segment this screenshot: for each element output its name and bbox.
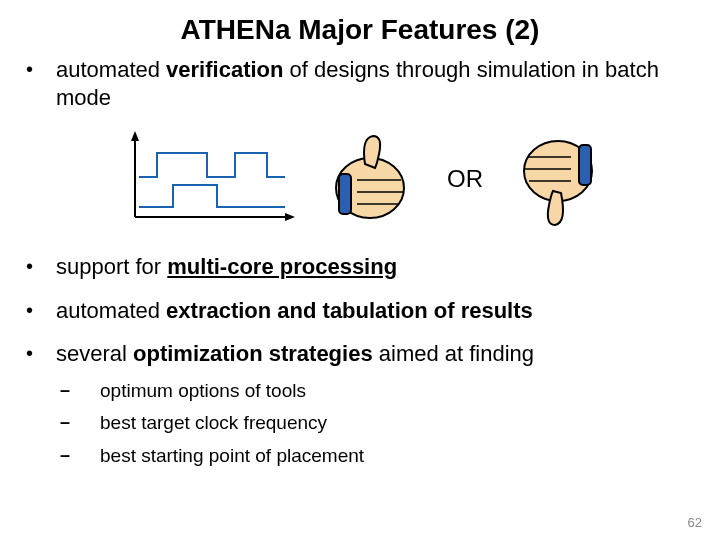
text-fragment: automated xyxy=(56,298,166,323)
text-fragment: several xyxy=(56,341,133,366)
bullet-item-1: • automated verification of designs thro… xyxy=(26,56,694,111)
thumbs-down-icon xyxy=(513,119,603,239)
bullet-item-2: • support for multi-core processing xyxy=(26,253,694,281)
svg-marker-3 xyxy=(285,213,295,221)
waveform-icon xyxy=(117,129,297,229)
bullet-text-2: support for multi-core processing xyxy=(56,253,694,281)
figure-row: OR xyxy=(26,119,694,239)
bullet-marker: • xyxy=(26,253,56,279)
sub-text-1: optimum options of tools xyxy=(100,380,306,403)
bullet-text-4: several optimization strategies aimed at… xyxy=(56,340,694,368)
page-number: 62 xyxy=(688,515,702,530)
sub-item-2: – best target clock frequency xyxy=(60,412,694,435)
sub-item-1: – optimum options of tools xyxy=(60,380,694,403)
text-strong: optimization strategies xyxy=(133,341,373,366)
dash-marker: – xyxy=(60,380,100,401)
bullet-marker: • xyxy=(26,340,56,366)
bullet-marker: • xyxy=(26,56,56,82)
sub-text-2: best target clock frequency xyxy=(100,412,327,435)
svg-rect-5 xyxy=(339,174,351,214)
svg-marker-1 xyxy=(131,131,139,141)
svg-rect-10 xyxy=(579,145,591,185)
or-label: OR xyxy=(447,165,483,193)
bullet-marker: • xyxy=(26,297,56,323)
text-fragment: aimed at finding xyxy=(373,341,534,366)
bullet-item-4: • several optimization strategies aimed … xyxy=(26,340,694,368)
text-strong: verification xyxy=(166,57,283,82)
text-strong: extraction and tabulation of results xyxy=(166,298,533,323)
dash-marker: – xyxy=(60,412,100,433)
bullet-item-3: • automated extraction and tabulation of… xyxy=(26,297,694,325)
bullet-text-3: automated extraction and tabulation of r… xyxy=(56,297,694,325)
page-title: ATHENa Major Features (2) xyxy=(0,0,720,56)
thumbs-up-icon xyxy=(327,124,417,234)
bullet-text-1: automated verification of designs throug… xyxy=(56,56,694,111)
sub-item-3: – best starting point of placement xyxy=(60,445,694,468)
text-fragment: automated xyxy=(56,57,166,82)
content-area: • automated verification of designs thro… xyxy=(0,56,720,468)
text-fragment: support for xyxy=(56,254,167,279)
dash-marker: – xyxy=(60,445,100,466)
text-strong: multi-core processing xyxy=(167,254,397,279)
sub-text-3: best starting point of placement xyxy=(100,445,364,468)
